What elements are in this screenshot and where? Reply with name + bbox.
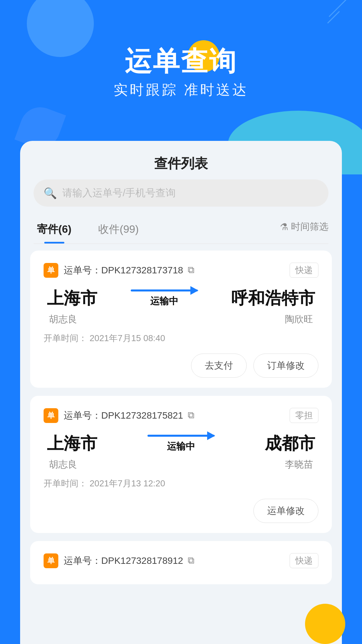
pay-button-1[interactable]: 去支付 <box>191 354 247 378</box>
names-row-2: 胡志良 李晓苗 <box>44 458 318 471</box>
card-top-row-2: 单 运单号： DPK127328175821 ⧉ 零担 <box>44 408 318 423</box>
status-label-2: 运输中 <box>167 440 195 453</box>
tab-bar: 寄件(6) 收件(99) ⚗ 时间筛选 <box>34 217 328 244</box>
filter-icon: ⚗ <box>280 221 288 232</box>
card-top-row-3: 单 运单号： DPK127328178912 ⧉ 快递 <box>44 553 318 568</box>
type-badge-3: 快递 <box>290 553 318 568</box>
copy-icon-1[interactable]: ⧉ <box>188 265 194 276</box>
order-num-label-3: 运单号： <box>64 554 101 567</box>
create-time-value-2: 2021年7月13 12:20 <box>89 478 165 488</box>
main-card: 查件列表 🔍 请输入运单号/手机号查询 寄件(6) 收件(99) ⚗ 时间筛选 … <box>20 141 342 644</box>
filter-label: 时间筛选 <box>291 220 328 233</box>
card-header: 查件列表 <box>20 141 342 179</box>
create-time-value-1: 2021年7月15 08:40 <box>89 333 165 343</box>
route-row-2: 上海市 运输中 成都市 <box>44 432 318 455</box>
create-time-2: 开单时间： 2021年7月13 12:20 <box>44 478 318 489</box>
receiver-name-1: 陶欣旺 <box>285 313 313 326</box>
names-row-1: 胡志良 陶欣旺 <box>44 313 318 326</box>
tab-sent[interactable]: 寄件(6) <box>34 217 75 244</box>
create-time-1: 开单时间： 2021年7月15 08:40 <box>44 332 318 344</box>
action-row-2: 运单修改 <box>44 499 318 523</box>
search-icon: 🔍 <box>44 187 57 200</box>
hero-subtitle: 实时跟踪 准时送达 <box>0 80 362 99</box>
arrow-line-2 <box>147 435 215 437</box>
order-icon-3: 单 <box>44 553 58 568</box>
tab-received[interactable]: 收件(99) <box>95 217 142 244</box>
city-from-2: 上海市 <box>47 432 97 455</box>
route-center-1: 运输中 <box>131 289 198 308</box>
route-row-1: 上海市 运输中 呼和浩特市 <box>44 287 318 310</box>
copy-icon-3[interactable]: ⧉ <box>188 555 194 566</box>
modify-button-1[interactable]: 订单修改 <box>253 354 318 378</box>
create-time-label-2: 开单时间： <box>44 478 87 488</box>
order-num-value-2: DPK127328175821 <box>101 410 183 421</box>
type-badge-1: 快递 <box>290 263 318 278</box>
order-num-value-3: DPK127328178912 <box>101 555 183 566</box>
order-num-label-2: 运单号： <box>64 409 101 422</box>
sender-name-1: 胡志良 <box>49 313 77 326</box>
copy-icon-2[interactable]: ⧉ <box>188 410 194 421</box>
action-row-1: 去支付 订单修改 <box>44 354 318 378</box>
filter-button[interactable]: ⚗ 时间筛选 <box>280 220 328 240</box>
order-icon-2: 单 <box>44 408 58 423</box>
receiver-name-2: 李晓苗 <box>285 458 313 471</box>
arrow-line-1 <box>131 289 198 291</box>
order-num-label-1: 运单号： <box>64 264 101 277</box>
search-bar[interactable]: 🔍 请输入运单号/手机号查询 <box>34 179 328 207</box>
order-num-value-1: DPK127328173718 <box>101 265 183 276</box>
order-icon-1: 单 <box>44 263 58 278</box>
shipment-card-2: 单 运单号： DPK127328175821 ⧉ 零担 上海市 运输中 成都市 … <box>30 396 332 533</box>
search-input[interactable]: 请输入运单号/手机号查询 <box>62 186 176 200</box>
hero-title: 运单查询 <box>0 44 362 80</box>
deco-line-1 <box>329 0 349 17</box>
city-to-1: 呼和浩特市 <box>231 287 315 310</box>
shipment-card-3: 单 运单号： DPK127328178912 ⧉ 快递 <box>30 541 332 584</box>
create-time-label-1: 开单时间： <box>44 333 87 343</box>
shipment-card-1: 单 运单号： DPK127328173718 ⧉ 快递 上海市 运输中 呼和浩特… <box>30 251 332 388</box>
card-top-row-1: 单 运单号： DPK127328173718 ⧉ 快递 <box>44 263 318 278</box>
route-center-2: 运输中 <box>147 435 215 453</box>
sender-name-2: 胡志良 <box>49 458 77 471</box>
city-from-1: 上海市 <box>47 287 97 310</box>
city-to-2: 成都市 <box>265 432 315 455</box>
status-label-1: 运输中 <box>150 295 178 308</box>
deco-bottom-right <box>305 604 345 644</box>
type-badge-2: 零担 <box>290 408 318 423</box>
modify-button-2[interactable]: 运单修改 <box>253 499 318 523</box>
